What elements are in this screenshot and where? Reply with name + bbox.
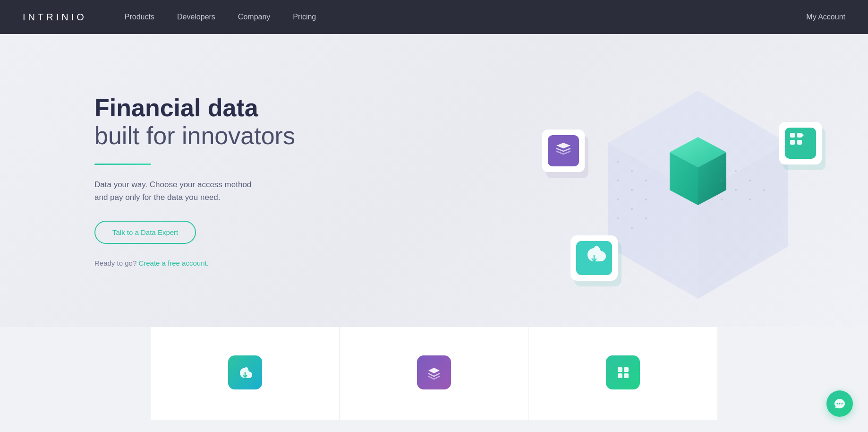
nav-developers[interactable]: Developers bbox=[177, 13, 215, 21]
hero-title-bold: Financial data bbox=[94, 94, 258, 121]
svg-rect-33 bbox=[790, 140, 795, 145]
svg-point-8 bbox=[645, 180, 647, 181]
card-layers bbox=[340, 327, 528, 420]
svg-point-20 bbox=[763, 189, 765, 191]
grid-icon bbox=[614, 364, 631, 381]
svg-point-7 bbox=[631, 170, 633, 172]
svg-point-21 bbox=[721, 180, 723, 181]
card-download bbox=[151, 327, 340, 420]
hero-illustration bbox=[467, 34, 868, 327]
nav-pricing[interactable]: Pricing bbox=[293, 13, 316, 21]
hero-title-light: built for innovators bbox=[94, 122, 295, 150]
chat-bubble[interactable] bbox=[826, 390, 853, 417]
svg-point-19 bbox=[749, 180, 751, 181]
create-account-link[interactable]: Create a free account. bbox=[138, 259, 208, 267]
svg-point-9 bbox=[617, 180, 619, 181]
hero-section: Financial data built for innovators Data… bbox=[0, 34, 868, 327]
svg-point-11 bbox=[645, 199, 647, 200]
svg-rect-43 bbox=[618, 373, 622, 378]
nav-links: Products Developers Company Pricing bbox=[125, 13, 807, 21]
hero-svg bbox=[514, 58, 844, 303]
card-icon-grid bbox=[606, 355, 640, 389]
cards-section bbox=[0, 327, 868, 420]
nav-products[interactable]: Products bbox=[125, 13, 154, 21]
svg-point-22 bbox=[735, 189, 737, 191]
layers-icon bbox=[425, 364, 443, 381]
svg-point-15 bbox=[617, 217, 619, 219]
svg-rect-34 bbox=[797, 140, 802, 145]
logo: INTRINIO bbox=[23, 12, 87, 23]
svg-point-16 bbox=[631, 227, 633, 229]
svg-point-18 bbox=[735, 170, 737, 172]
svg-point-14 bbox=[645, 217, 647, 219]
svg-rect-41 bbox=[618, 367, 622, 372]
svg-point-46 bbox=[837, 403, 838, 405]
chat-icon bbox=[833, 397, 846, 410]
svg-point-23 bbox=[749, 199, 751, 200]
hero-ready-text: Ready to go? Create a free account. bbox=[94, 259, 295, 267]
hero-content: Financial data built for innovators Data… bbox=[94, 94, 295, 268]
nav-company[interactable]: Company bbox=[238, 13, 270, 21]
hero-divider bbox=[94, 164, 151, 165]
svg-point-12 bbox=[617, 199, 619, 200]
svg-point-6 bbox=[617, 161, 619, 163]
cta-button[interactable]: Talk to a Data Expert bbox=[94, 221, 196, 244]
svg-rect-44 bbox=[624, 373, 629, 378]
svg-point-24 bbox=[721, 199, 723, 200]
my-account-link[interactable]: My Account bbox=[806, 13, 845, 21]
svg-rect-31 bbox=[790, 133, 795, 138]
svg-point-17 bbox=[721, 161, 723, 163]
svg-point-47 bbox=[839, 403, 841, 405]
card-grid bbox=[528, 327, 717, 420]
card-icon-layers bbox=[417, 355, 451, 389]
download-icon bbox=[237, 364, 254, 381]
hero-subtitle: Data your way. Choose your access method… bbox=[94, 178, 295, 204]
hero-title: Financial data built for innovators bbox=[94, 94, 295, 151]
navbar: INTRINIO Products Developers Company Pri… bbox=[0, 0, 868, 34]
svg-point-10 bbox=[631, 189, 633, 191]
svg-point-48 bbox=[842, 403, 843, 405]
svg-point-13 bbox=[631, 208, 633, 210]
card-icon-download bbox=[228, 355, 262, 389]
